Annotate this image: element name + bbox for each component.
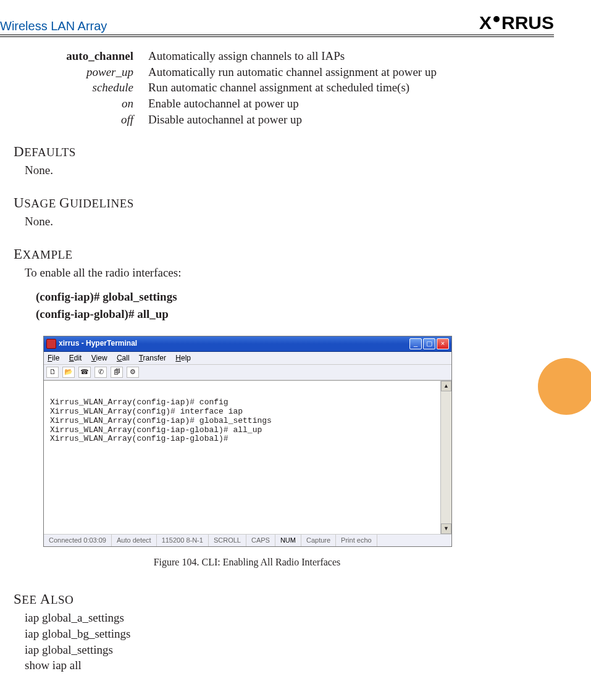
param-desc: Automatically run automatic channel assi… bbox=[148, 64, 437, 80]
status-baud: 115200 8-N-1 bbox=[157, 535, 209, 546]
app-icon bbox=[46, 339, 56, 349]
param-desc: Run automatic channel assignment at sche… bbox=[148, 80, 409, 96]
defaults-heading: DEFAULTS bbox=[14, 142, 554, 161]
seealso-item: show iap all bbox=[25, 657, 554, 673]
menu-file[interactable]: File bbox=[48, 354, 59, 362]
brand-logo: XRRUS bbox=[479, 12, 554, 33]
menu-transfer[interactable]: Transfer bbox=[139, 354, 166, 362]
param-row: auto_channel Automatically assign channe… bbox=[0, 48, 554, 64]
seealso-list: iap global_a_settings iap global_bg_sett… bbox=[25, 610, 554, 673]
logo-dot-icon bbox=[493, 16, 500, 22]
figure-caption: Figure 104. CLI: Enabling All Radio Inte… bbox=[43, 556, 451, 569]
minimize-button[interactable]: _ bbox=[409, 338, 422, 349]
scroll-up-icon[interactable]: ▲ bbox=[441, 381, 451, 391]
seealso-item: iap global_bg_settings bbox=[25, 626, 554, 642]
param-label: schedule bbox=[0, 80, 148, 96]
open-icon[interactable]: 📂 bbox=[62, 367, 75, 378]
header-rule bbox=[0, 35, 554, 35]
header-rule-2 bbox=[0, 36, 554, 37]
param-label: off bbox=[0, 112, 148, 128]
status-caps: CAPS bbox=[246, 535, 275, 546]
example-commands: (config-iap)# global_settings (config-ia… bbox=[36, 289, 554, 322]
param-desc: Enable autochannel at power up bbox=[148, 96, 299, 112]
hyperterminal-window: xirrus - HyperTerminal _ ▢ × File Edit V… bbox=[43, 336, 452, 547]
window-titlebar[interactable]: xirrus - HyperTerminal _ ▢ × bbox=[44, 336, 451, 352]
vertical-scrollbar[interactable]: ▲ ▼ bbox=[440, 380, 451, 534]
status-detect: Auto detect bbox=[112, 535, 157, 546]
tool-bar: 🗋 📂 ☎ ✆ 🗐 ⚙ bbox=[44, 365, 451, 380]
usage-body: None. bbox=[25, 214, 554, 230]
param-row: power_up Automatically run automatic cha… bbox=[0, 64, 554, 80]
properties-icon[interactable]: ⚙ bbox=[127, 367, 139, 378]
menu-call[interactable]: Call bbox=[117, 354, 130, 362]
example-intro: To enable all the radio interfaces: bbox=[25, 265, 554, 281]
param-label: on bbox=[0, 96, 148, 112]
param-desc: Automatically assign channels to all IAP… bbox=[148, 48, 345, 64]
param-row: off Disable autochannel at power up bbox=[0, 112, 554, 128]
seealso-heading: SEE ALSO bbox=[14, 590, 554, 609]
status-capture: Capture bbox=[301, 535, 336, 546]
maximize-button[interactable]: ▢ bbox=[423, 338, 435, 349]
param-row: on Enable autochannel at power up bbox=[0, 96, 554, 112]
section-marker-icon bbox=[538, 358, 591, 415]
status-num: NUM bbox=[275, 535, 301, 546]
menu-view[interactable]: View bbox=[91, 354, 107, 362]
terminal-output[interactable]: Xirrus_WLAN_Array(config-iap)# config Xi… bbox=[44, 380, 440, 534]
defaults-body: None. bbox=[25, 162, 554, 178]
status-bar: Connected 0:03:09 Auto detect 115200 8-N… bbox=[44, 534, 451, 546]
menu-bar[interactable]: File Edit View Call Transfer Help bbox=[44, 352, 451, 365]
param-row: schedule Run automatic channel assignmen… bbox=[0, 80, 554, 96]
param-label: power_up bbox=[0, 64, 148, 80]
example-cmd-1: (config-iap)# global_settings bbox=[36, 289, 554, 305]
window-title: xirrus - HyperTerminal bbox=[59, 338, 137, 348]
example-cmd-2: (config-iap-global)# all_up bbox=[36, 306, 554, 322]
usage-heading: USAGE GUIDELINES bbox=[14, 193, 554, 212]
menu-edit[interactable]: Edit bbox=[69, 354, 82, 362]
seealso-item: iap global_a_settings bbox=[25, 610, 554, 626]
parameter-table: auto_channel Automatically assign channe… bbox=[0, 48, 554, 127]
figure-screenshot: xirrus - HyperTerminal _ ▢ × File Edit V… bbox=[43, 336, 554, 547]
connect-icon[interactable]: ☎ bbox=[78, 367, 91, 378]
status-print: Print echo bbox=[336, 535, 377, 546]
seealso-item: iap global_settings bbox=[25, 642, 554, 658]
disconnect-icon[interactable]: ✆ bbox=[94, 367, 107, 378]
send-icon[interactable]: 🗐 bbox=[111, 367, 123, 378]
status-scroll: SCROLL bbox=[209, 535, 246, 546]
page-header-title: Wireless LAN Array bbox=[0, 19, 107, 33]
new-icon[interactable]: 🗋 bbox=[46, 367, 59, 378]
example-heading: EXAMPLE bbox=[14, 244, 554, 264]
menu-help[interactable]: Help bbox=[175, 354, 191, 362]
status-connected: Connected 0:03:09 bbox=[44, 535, 112, 546]
scroll-down-icon[interactable]: ▼ bbox=[441, 523, 451, 534]
param-desc: Disable autochannel at power up bbox=[148, 112, 302, 128]
param-label: auto_channel bbox=[0, 48, 148, 64]
close-button[interactable]: × bbox=[437, 338, 449, 349]
